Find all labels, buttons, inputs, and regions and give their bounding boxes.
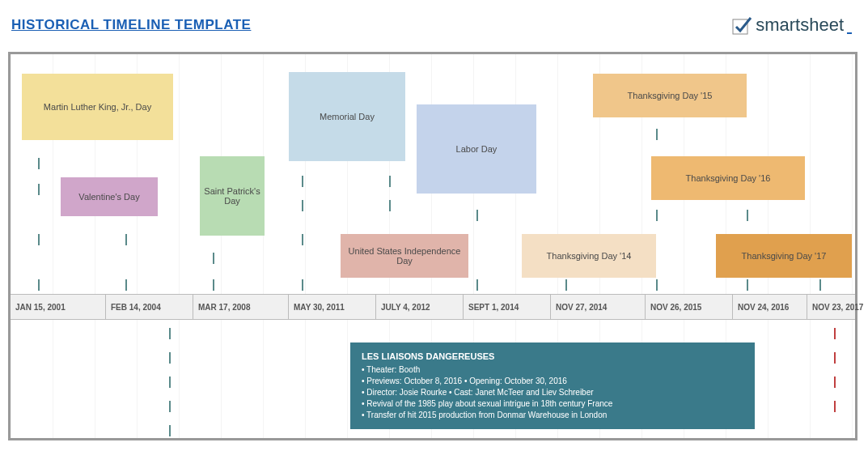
date-column: MAY 30, 2011 — [289, 295, 376, 319]
tick-mark — [213, 253, 214, 264]
timeline-event[interactable]: United States Independence Day — [341, 234, 468, 278]
tick-mark — [656, 279, 658, 291]
tick-mark — [169, 328, 171, 339]
tick-mark — [565, 279, 567, 291]
timeline-event[interactable]: Thanksgiving Day '15 — [593, 74, 747, 117]
tick-mark — [169, 425, 171, 436]
date-column: FEB 14, 2004 — [106, 295, 193, 319]
tick-mark — [125, 279, 127, 291]
tick-mark — [213, 279, 214, 291]
tick-mark — [476, 210, 478, 221]
date-column: MAR 17, 2008 — [193, 295, 289, 319]
info-box: LES LIAISONS DANGEREUSES • Theater: Boot… — [350, 342, 755, 429]
info-line: • Transfer of hit 2015 production from D… — [362, 410, 743, 421]
timeline-event[interactable]: Valentine's Day — [61, 177, 158, 216]
date-column: NOV 26, 2015 — [646, 295, 733, 319]
date-axis: JAN 15, 2001FEB 14, 2004MAR 17, 2008MAY … — [11, 294, 855, 320]
info-line: • Director: Josie Rourke • Cast: Janet M… — [362, 387, 743, 398]
tick-mark — [747, 210, 748, 221]
tick-mark — [819, 279, 821, 291]
date-column: NOV 23, 2017 — [807, 295, 868, 319]
checkmark-icon — [731, 15, 752, 36]
tick-mark — [169, 401, 171, 412]
tick-mark — [389, 176, 391, 187]
tick-mark — [38, 184, 40, 195]
timeline-event[interactable]: Memorial Day — [289, 72, 405, 161]
date-column: SEPT 1, 2014 — [464, 295, 551, 319]
timeline-event[interactable]: Thanksgiving Day '17 — [716, 234, 852, 278]
tick-mark — [302, 279, 303, 291]
timeline-event[interactable]: Labor Day — [417, 104, 536, 194]
events-area: Martin Luther King, Jr., DayValentine's … — [11, 54, 855, 294]
info-lines: • Theater: Booth• Previews: October 8, 2… — [362, 364, 743, 421]
tick-mark — [834, 352, 836, 364]
logo-underline — [847, 32, 852, 34]
date-column: NOV 24, 2016 — [733, 295, 807, 319]
tick-mark — [125, 234, 127, 245]
lower-area: LES LIAISONS DANGEREUSES • Theater: Boot… — [11, 320, 855, 440]
timeline-event[interactable]: Martin Luther King, Jr., Day — [22, 74, 173, 140]
tick-mark — [389, 200, 391, 211]
tick-mark — [476, 279, 478, 291]
logo-text: smartsheet — [756, 15, 844, 36]
timeline-event[interactable]: Saint Patrick's Day — [200, 156, 265, 236]
date-column: JAN 15, 2001 — [11, 295, 106, 319]
tick-mark — [38, 158, 40, 169]
page-title: HISTORICAL TIMELINE TEMPLATE — [11, 17, 251, 33]
timeline-event[interactable]: Thanksgiving Day '16 — [651, 156, 805, 200]
date-column: NOV 27, 2014 — [551, 295, 646, 319]
tick-mark — [834, 328, 836, 339]
tick-mark — [38, 279, 40, 291]
tick-mark — [834, 401, 836, 412]
info-title: LES LIAISONS DANGEREUSES — [362, 351, 743, 363]
tick-mark — [302, 200, 303, 211]
tick-mark — [834, 377, 836, 388]
tick-mark — [656, 129, 658, 140]
date-column: JULY 4, 2012 — [376, 295, 464, 319]
tick-mark — [747, 279, 748, 291]
tick-mark — [38, 234, 40, 245]
tick-mark — [302, 234, 303, 245]
tick-mark — [169, 352, 171, 364]
timeline-container: Martin Luther King, Jr., DayValentine's … — [8, 52, 857, 440]
tick-mark — [169, 377, 171, 388]
info-line: • Theater: Booth — [362, 364, 743, 376]
tick-mark — [656, 210, 658, 221]
timeline-event[interactable]: Thanksgiving Day '14 — [522, 234, 656, 278]
info-line: • Revival of the 1985 play about sexual … — [362, 398, 743, 410]
smartsheet-logo: smartsheet — [731, 15, 852, 36]
info-line: • Previews: October 8, 2016 • Opening: O… — [362, 376, 743, 387]
tick-mark — [302, 176, 303, 187]
